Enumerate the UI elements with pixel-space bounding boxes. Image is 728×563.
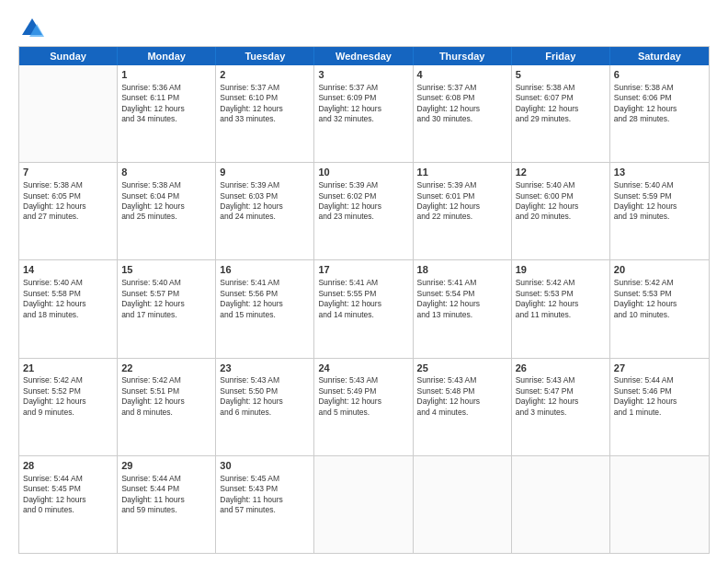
cell-line: and 29 minutes. [516, 114, 606, 124]
cell-line: and 57 minutes. [220, 505, 310, 515]
empty-cell-0-0 [19, 65, 118, 162]
day-cell-19: 19Sunrise: 5:42 AMSunset: 5:53 PMDayligh… [512, 260, 610, 357]
cell-line: and 23 minutes. [318, 212, 408, 222]
cell-line: and 14 minutes. [318, 310, 408, 320]
header-day-saturday: Saturday [610, 47, 709, 65]
cell-line: Daylight: 12 hours [121, 201, 211, 212]
calendar-row-1: 1Sunrise: 5:36 AMSunset: 6:11 PMDaylight… [19, 65, 709, 163]
cell-line: Daylight: 12 hours [23, 201, 113, 212]
day-number: 24 [318, 362, 408, 375]
cell-line: Sunrise: 5:43 AM [516, 375, 606, 385]
day-cell-12: 12Sunrise: 5:40 AMSunset: 6:00 PMDayligh… [512, 163, 610, 259]
cell-line: and 32 minutes. [318, 114, 408, 124]
day-cell-17: 17Sunrise: 5:41 AMSunset: 5:55 PMDayligh… [314, 260, 413, 357]
day-cell-28: 28Sunrise: 5:44 AMSunset: 5:45 PMDayligh… [19, 456, 118, 553]
cell-line: Sunrise: 5:38 AM [23, 180, 113, 190]
cell-line: and 13 minutes. [417, 310, 507, 320]
cell-line: Sunrise: 5:38 AM [516, 83, 606, 93]
cell-line: and 17 minutes. [121, 310, 211, 320]
cell-line: and 9 minutes. [23, 408, 113, 418]
cell-line: and 59 minutes. [121, 505, 211, 515]
cell-line: Sunset: 5:57 PM [121, 289, 211, 299]
cell-line: Daylight: 12 hours [318, 104, 408, 114]
cell-line: Sunrise: 5:39 AM [318, 180, 408, 190]
cell-line: Daylight: 12 hours [417, 104, 507, 114]
day-number: 6 [614, 68, 705, 82]
cell-line: Sunrise: 5:40 AM [23, 278, 113, 288]
calendar-header: SundayMondayTuesdayWednesdayThursdayFrid… [19, 47, 709, 65]
day-cell-8: 8Sunrise: 5:38 AMSunset: 6:04 PMDaylight… [118, 163, 216, 259]
empty-cell-4-5 [512, 456, 610, 553]
cell-line: Sunset: 5:54 PM [417, 289, 507, 299]
cell-line: and 19 minutes. [614, 212, 705, 222]
cell-line: Daylight: 12 hours [121, 299, 211, 309]
day-cell-9: 9Sunrise: 5:39 AMSunset: 6:03 PMDaylight… [216, 163, 314, 259]
cell-line: Daylight: 12 hours [614, 201, 705, 212]
day-cell-2: 2Sunrise: 5:37 AMSunset: 6:10 PMDaylight… [216, 65, 314, 162]
calendar: SundayMondayTuesdayWednesdayThursdayFrid… [18, 46, 710, 554]
cell-line: Daylight: 12 hours [516, 299, 606, 309]
day-cell-23: 23Sunrise: 5:43 AMSunset: 5:50 PMDayligh… [216, 359, 314, 455]
cell-line: and 11 minutes. [516, 310, 606, 320]
cell-line: and 8 minutes. [121, 408, 211, 418]
cell-line: Sunset: 6:05 PM [23, 191, 113, 201]
cell-line: Sunrise: 5:39 AM [220, 180, 310, 190]
day-cell-16: 16Sunrise: 5:41 AMSunset: 5:56 PMDayligh… [216, 260, 314, 357]
header [18, 15, 710, 42]
cell-line: Daylight: 11 hours [121, 495, 211, 505]
day-cell-5: 5Sunrise: 5:38 AMSunset: 6:07 PMDaylight… [512, 65, 610, 162]
cell-line: Sunrise: 5:37 AM [417, 83, 507, 93]
day-number: 8 [121, 166, 211, 179]
cell-line: Sunset: 5:52 PM [23, 386, 113, 396]
cell-line: Daylight: 12 hours [121, 104, 211, 114]
header-day-wednesday: Wednesday [314, 47, 413, 65]
day-number: 14 [23, 263, 113, 277]
cell-line: Daylight: 12 hours [318, 201, 408, 212]
day-number: 3 [318, 68, 408, 82]
cell-line: Sunrise: 5:41 AM [220, 278, 310, 288]
cell-line: Sunset: 6:06 PM [614, 93, 705, 103]
cell-line: Sunset: 5:58 PM [23, 289, 113, 299]
cell-line: Sunset: 5:43 PM [220, 484, 310, 494]
day-cell-13: 13Sunrise: 5:40 AMSunset: 5:59 PMDayligh… [610, 163, 709, 259]
cell-line: Sunset: 6:10 PM [220, 93, 310, 103]
cell-line: Daylight: 12 hours [614, 104, 705, 114]
cell-line: Sunset: 6:07 PM [516, 93, 606, 103]
day-cell-27: 27Sunrise: 5:44 AMSunset: 5:46 PMDayligh… [610, 359, 709, 455]
day-number: 4 [417, 68, 507, 82]
day-number: 27 [614, 362, 705, 375]
day-number: 15 [121, 263, 211, 277]
cell-line: Sunset: 5:44 PM [121, 484, 211, 494]
cell-line: Sunrise: 5:36 AM [121, 83, 211, 93]
day-cell-11: 11Sunrise: 5:39 AMSunset: 6:01 PMDayligh… [414, 163, 512, 259]
cell-line: Sunset: 6:08 PM [417, 93, 507, 103]
header-day-sunday: Sunday [19, 47, 118, 65]
cell-line: Sunrise: 5:40 AM [614, 180, 705, 190]
header-day-tuesday: Tuesday [216, 47, 314, 65]
cell-line: Sunset: 5:51 PM [121, 386, 211, 396]
cell-line: Sunset: 5:46 PM [614, 386, 705, 396]
day-cell-29: 29Sunrise: 5:44 AMSunset: 5:44 PMDayligh… [118, 456, 216, 553]
cell-line: Sunrise: 5:45 AM [220, 474, 310, 484]
cell-line: Daylight: 12 hours [220, 201, 310, 212]
calendar-row-2: 7Sunrise: 5:38 AMSunset: 6:05 PMDaylight… [19, 163, 709, 260]
day-number: 21 [23, 362, 113, 375]
day-cell-18: 18Sunrise: 5:41 AMSunset: 5:54 PMDayligh… [414, 260, 512, 357]
cell-line: Daylight: 12 hours [417, 396, 507, 407]
cell-line: and 22 minutes. [417, 212, 507, 222]
cell-line: and 3 minutes. [516, 408, 606, 418]
cell-line: Sunset: 5:59 PM [614, 191, 705, 201]
cell-line: Daylight: 12 hours [121, 396, 211, 407]
cell-line: Daylight: 12 hours [516, 104, 606, 114]
calendar-row-4: 21Sunrise: 5:42 AMSunset: 5:52 PMDayligh… [19, 359, 709, 456]
cell-line: Sunset: 5:56 PM [220, 289, 310, 299]
cell-line: Sunset: 5:48 PM [417, 386, 507, 396]
cell-line: Sunrise: 5:41 AM [318, 278, 408, 288]
cell-line: Daylight: 12 hours [23, 495, 113, 505]
day-number: 26 [516, 362, 606, 375]
cell-line: Sunset: 5:55 PM [318, 289, 408, 299]
cell-line: and 28 minutes. [614, 114, 705, 124]
cell-line: and 27 minutes. [23, 212, 113, 222]
cell-line: Daylight: 12 hours [614, 299, 705, 309]
cell-line: Sunrise: 5:40 AM [121, 278, 211, 288]
